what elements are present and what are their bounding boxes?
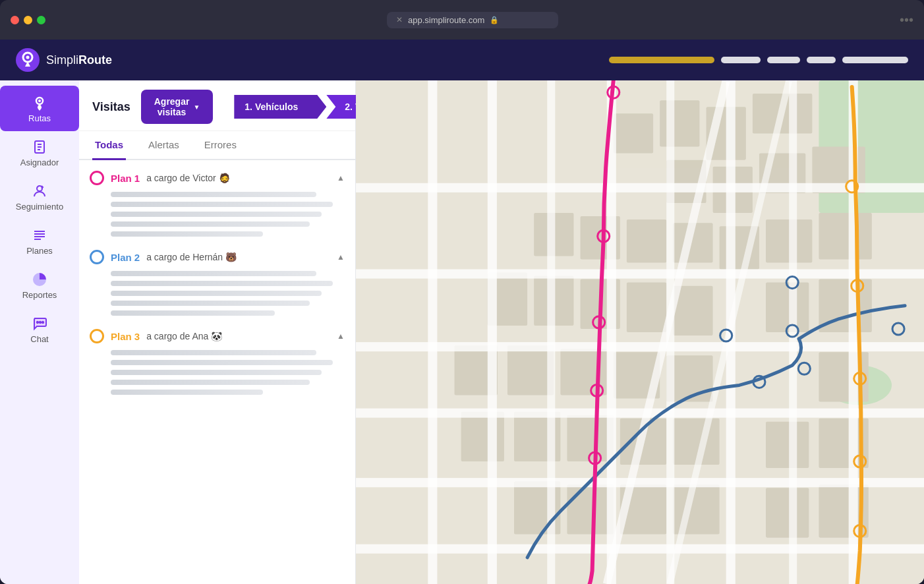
plan-2-header[interactable]: Plan 2 a cargo de Hernán 🐻 ▲	[90, 250, 345, 264]
step-vehiculos[interactable]: 1. Vehículos	[234, 95, 326, 119]
sidebar-item-seguimiento[interactable]: Seguimiento	[0, 175, 79, 219]
svg-rect-63	[356, 270, 924, 279]
svg-point-5	[38, 100, 41, 102]
svg-point-86	[854, 455, 866, 467]
plan-2-expand-icon[interactable]: ▲	[337, 252, 345, 262]
svg-point-79	[598, 230, 610, 242]
plan-3-assignee: a cargo de Ana 🐼	[146, 331, 222, 341]
sidebar-label-seguimiento: Seguimiento	[16, 202, 63, 212]
svg-point-78	[608, 86, 620, 98]
svg-rect-66	[356, 478, 924, 487]
nav-btn-1[interactable]	[721, 57, 761, 63]
plan-2-circle	[90, 250, 104, 264]
plan-1-row	[111, 212, 322, 217]
svg-rect-50	[766, 422, 809, 468]
nav-btn-3[interactable]	[807, 57, 836, 63]
plan-2-row	[111, 271, 316, 276]
svg-rect-37	[766, 283, 809, 332]
plan-3-row	[111, 360, 333, 365]
top-nav: SimpliRoute	[0, 40, 924, 80]
plan-1-row	[111, 221, 310, 227]
list-icon	[32, 227, 47, 243]
add-visits-label: Agregar visitas	[154, 96, 190, 117]
svg-rect-55	[461, 412, 504, 461]
logo-text: SimpliRoute	[46, 53, 112, 67]
logo[interactable]: SimpliRoute	[16, 48, 112, 72]
plan-3-header[interactable]: Plan 3 a cargo de Ana 🐼 ▲	[90, 329, 345, 343]
svg-rect-64	[356, 342, 924, 351]
sidebar-label-planes: Planes	[26, 246, 53, 256]
tab-errores[interactable]: Errores	[202, 131, 239, 160]
plan-3-row	[111, 380, 310, 385]
svg-point-0	[16, 48, 40, 72]
chat-icon	[32, 316, 47, 332]
traffic-light-red[interactable]	[11, 16, 19, 24]
plan-2-name: Plan 2	[111, 252, 140, 263]
nav-bar-progress	[609, 57, 714, 63]
clipboard-icon	[32, 139, 47, 155]
plan-1-row	[111, 231, 263, 237]
svg-rect-33	[627, 219, 666, 262]
plan-3-row	[111, 350, 316, 355]
svg-point-2	[26, 56, 30, 59]
svg-rect-69	[488, 80, 497, 584]
sidebar-item-rutas[interactable]: Rutas	[0, 86, 79, 131]
svg-rect-47	[507, 345, 554, 395]
plan-2-assignee: a cargo de Hernán 🐻	[146, 252, 237, 262]
svg-point-91	[753, 376, 765, 388]
nav-btn-4[interactable]	[842, 57, 908, 63]
plan-2-row	[111, 291, 322, 296]
plan-1-row	[111, 202, 333, 207]
svg-rect-62	[356, 183, 924, 192]
svg-point-15	[37, 322, 38, 323]
plan-3-rows	[90, 350, 345, 395]
panel-title: Visitas	[92, 100, 130, 114]
svg-point-88	[786, 277, 798, 289]
svg-point-85	[854, 372, 866, 384]
map-area[interactable]	[356, 80, 924, 584]
step-vehiculos-label: 1. Vehículos	[245, 102, 298, 112]
plan-2-row	[111, 281, 333, 286]
lock-icon: 🔒	[490, 16, 499, 24]
svg-point-90	[798, 363, 810, 374]
svg-rect-23	[660, 100, 699, 146]
svg-rect-57	[766, 488, 809, 537]
dropdown-arrow-icon: ▼	[193, 103, 200, 111]
svg-rect-70	[547, 80, 555, 584]
svg-point-81	[591, 384, 603, 396]
traffic-light-yellow[interactable]	[24, 16, 32, 24]
app-wrapper: SimpliRoute Rutas	[0, 40, 924, 584]
plan-item-1: Plan 1 a cargo de Victor 🧔 ▲	[90, 171, 345, 237]
sidebar-item-reportes[interactable]: Reportes	[0, 264, 79, 308]
plan-2-row	[111, 301, 310, 306]
svg-point-93	[720, 330, 732, 341]
add-visits-button[interactable]: Agregar visitas ▼	[141, 90, 214, 124]
sidebar-item-asignador[interactable]: Asignador	[0, 131, 79, 175]
svg-rect-24	[614, 113, 653, 153]
address-bar[interactable]: ✕ app.simpliroute.com 🔒	[387, 12, 558, 28]
plan-1-header[interactable]: Plan 1 a cargo de Victor 🧔 ▲	[90, 171, 345, 185]
plan-1-expand-icon[interactable]: ▲	[337, 173, 345, 183]
browser-menu-dots[interactable]: •••	[900, 13, 913, 28]
plan-3-row	[111, 370, 322, 375]
plan-3-circle	[90, 329, 104, 343]
plan-2-row	[111, 310, 275, 316]
sidebar-label-asignador: Asignador	[20, 158, 59, 167]
plan-3-expand-icon[interactable]: ▲	[337, 332, 345, 341]
nav-btn-2[interactable]	[767, 57, 800, 63]
sidebar-item-planes[interactable]: Planes	[0, 219, 79, 264]
plan-item-2: Plan 2 a cargo de Hernán 🐻 ▲	[90, 250, 345, 316]
tab-alertas[interactable]: Alertas	[146, 131, 182, 160]
content-panel: Visitas Agregar visitas ▼ 1. Vehículos 2…	[79, 80, 356, 584]
svg-point-17	[42, 322, 43, 323]
svg-point-82	[589, 452, 601, 464]
tab-todas[interactable]: Todas	[92, 131, 126, 160]
plan-1-row	[111, 192, 316, 197]
sidebar: Rutas Asignador	[0, 80, 79, 584]
sidebar-label-rutas: Rutas	[28, 113, 51, 123]
traffic-light-green[interactable]	[37, 16, 45, 24]
sidebar-item-chat[interactable]: Chat	[0, 308, 79, 352]
plan-3-row	[111, 390, 263, 395]
plans-list: Plan 1 a cargo de Victor 🧔 ▲	[79, 160, 355, 584]
location-icon	[31, 94, 48, 111]
